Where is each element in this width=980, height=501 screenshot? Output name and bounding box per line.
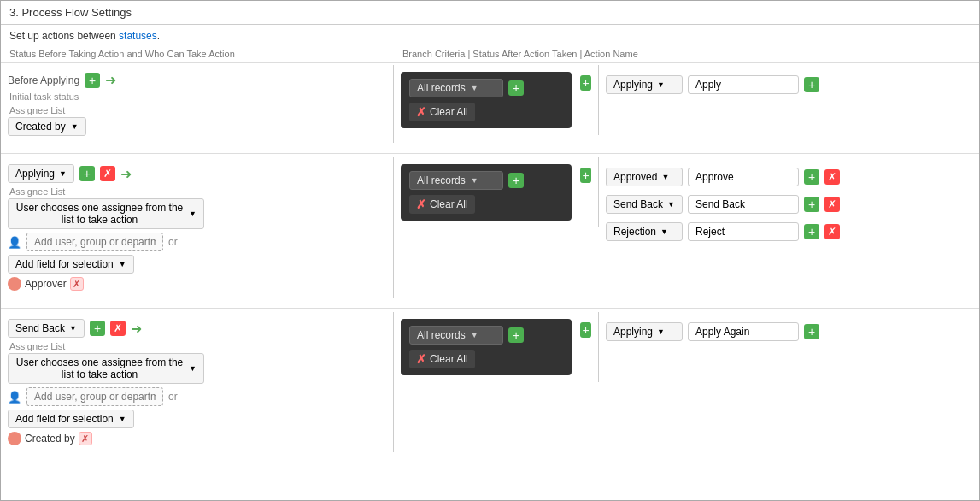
action-name-approve[interactable] bbox=[688, 168, 799, 186]
left-before-applying: Before Applying + ➜ Initial task status … bbox=[1, 65, 394, 143]
add-mid-btn-2[interactable]: + bbox=[580, 168, 591, 183]
applying-badge[interactable]: Applying ▼ bbox=[8, 164, 74, 183]
add-action-btn-1[interactable]: + bbox=[804, 77, 819, 92]
add-mid-btn-3[interactable]: + bbox=[580, 322, 591, 338]
assignee-label-sendback: Assignee List bbox=[9, 341, 386, 351]
status-row-applying: Applying ▼ + ✗ ➜ bbox=[8, 164, 386, 183]
add-btn-sendback[interactable]: + bbox=[90, 321, 105, 336]
clear-all-btn-2[interactable]: ✗ Clear All bbox=[409, 195, 475, 214]
clear-row-1: ✗ Clear All bbox=[409, 103, 563, 121]
all-records-dropdown-3[interactable]: All records ▼ bbox=[409, 326, 503, 345]
sendback-badge[interactable]: Send Back ▼ bbox=[8, 319, 85, 338]
created-by-row: Created by ✗ bbox=[8, 432, 386, 445]
action-name-reject[interactable] bbox=[688, 222, 799, 241]
user-icon-sendback: 👤 bbox=[8, 391, 21, 404]
all-records-dropdown-2[interactable]: All records ▼ bbox=[409, 171, 503, 190]
actions-sendback: Applying ▼ + bbox=[606, 319, 972, 345]
user-chooses-dropdown[interactable]: User chooses one assignee from the list … bbox=[8, 198, 204, 229]
statuses-link[interactable]: statuses bbox=[119, 30, 157, 42]
del-btn-applying[interactable]: ✗ bbox=[100, 166, 115, 181]
arrow-applying: ➜ bbox=[120, 166, 132, 182]
action-name-apply[interactable] bbox=[688, 75, 799, 94]
process-flow-container: 3. Process Flow Settings Set up actions … bbox=[0, 0, 980, 501]
created-by-avatar bbox=[8, 432, 21, 445]
col-header-left: Status Before Taking Action and Who Can … bbox=[9, 49, 402, 59]
del-action-sendback-btn[interactable]: ✗ bbox=[824, 197, 840, 212]
del-approver-btn[interactable]: ✗ bbox=[70, 277, 84, 291]
del-btn-sendback[interactable]: ✗ bbox=[110, 321, 126, 336]
add-btn-applying[interactable]: + bbox=[79, 166, 95, 181]
created-by-dropdown[interactable]: Created by ▼ bbox=[8, 117, 86, 136]
add-branch-btn-1[interactable]: + bbox=[508, 80, 524, 96]
actions-before: Applying ▼ + bbox=[606, 72, 972, 97]
del-createdby-btn[interactable]: ✗ bbox=[79, 432, 92, 445]
add-user-row-sendback: 👤 or bbox=[8, 387, 386, 406]
del-action-approved-btn[interactable]: ✗ bbox=[824, 169, 840, 185]
approver-row: Approver ✗ bbox=[8, 277, 386, 291]
actions-applying: Approved ▼ + ✗ Send Back ▼ + ✗ Rej bbox=[606, 164, 972, 245]
clear-all-btn-3[interactable]: ✗ Clear All bbox=[409, 350, 475, 368]
branch-block-before: All records ▼ + ✗ Clear All bbox=[401, 72, 572, 128]
add-btn-before[interactable]: + bbox=[85, 73, 100, 88]
section-before-applying: Before Applying + ➜ Initial task status … bbox=[1, 65, 979, 154]
add-branch-btn-3[interactable]: + bbox=[508, 327, 524, 343]
subtitle: Set up actions between statuses. bbox=[1, 25, 979, 45]
mid-sendback: All records ▼ + ✗ Clear All + bbox=[394, 312, 599, 382]
left-applying: Applying ▼ + ✗ ➜ Assignee List User choo… bbox=[1, 157, 394, 298]
or-text-applying: or bbox=[168, 236, 178, 248]
add-action-rejection-btn[interactable]: + bbox=[804, 224, 819, 239]
branch-block-applying: All records ▼ + ✗ Clear All bbox=[401, 164, 572, 221]
clear-all-btn-1[interactable]: ✗ Clear All bbox=[409, 103, 475, 121]
or-text-sendback: or bbox=[168, 391, 178, 403]
col-header-right: Branch Criteria | Status After Action Ta… bbox=[402, 49, 971, 59]
right-applying: Approved ▼ + ✗ Send Back ▼ + ✗ Rej bbox=[599, 157, 979, 251]
status-applying-again-btn[interactable]: Applying ▼ bbox=[606, 322, 683, 341]
branch-block-sendback: All records ▼ + ✗ Clear All bbox=[401, 319, 572, 375]
add-branch-btn-2[interactable]: + bbox=[508, 173, 524, 188]
section-title: 3. Process Flow Settings bbox=[1, 1, 979, 25]
clear-x-icon-3: ✗ bbox=[416, 352, 426, 366]
add-mid-btn-1[interactable]: + bbox=[580, 75, 591, 91]
clear-row-2: ✗ Clear All bbox=[409, 195, 563, 214]
user-icon-applying: 👤 bbox=[8, 236, 21, 249]
add-user-input-applying[interactable] bbox=[26, 233, 163, 251]
arrow-sendback: ➜ bbox=[131, 321, 142, 337]
status-row-sendback: Send Back ▼ + ✗ ➜ bbox=[8, 319, 386, 338]
assignee-label-applying: Assignee List bbox=[9, 186, 386, 197]
action-line-sendback: Send Back ▼ + ✗ bbox=[606, 192, 972, 217]
branch-row-sendback: All records ▼ + bbox=[409, 326, 563, 345]
right-before-applying: Applying ▼ + bbox=[599, 65, 979, 104]
add-action-sendback-btn[interactable]: + bbox=[804, 197, 819, 212]
before-applying-label: Before Applying bbox=[8, 74, 79, 86]
status-applying-btn[interactable]: Applying ▼ bbox=[606, 75, 683, 94]
action-line-approved: Approved ▼ + ✗ bbox=[606, 164, 972, 190]
section-applying: Applying ▼ + ✗ ➜ Assignee List User choo… bbox=[1, 157, 979, 309]
status-approved-btn[interactable]: Approved ▼ bbox=[606, 168, 683, 186]
add-user-input-sendback[interactable] bbox=[26, 387, 163, 406]
created-by-name: Created by bbox=[25, 433, 75, 445]
user-chooses-dropdown-sendback[interactable]: User chooses one assignee from the list … bbox=[8, 353, 204, 384]
status-row-before: Before Applying + ➜ bbox=[8, 72, 386, 88]
status-sendback-btn[interactable]: Send Back ▼ bbox=[606, 195, 683, 214]
action-line-rejection: Rejection ▼ + ✗ bbox=[606, 219, 972, 245]
mid-applying: All records ▼ + ✗ Clear All + bbox=[394, 157, 599, 227]
status-rejection-btn[interactable]: Rejection ▼ bbox=[606, 222, 683, 241]
del-action-rejection-btn[interactable]: ✗ bbox=[824, 224, 840, 239]
action-name-sendback[interactable] bbox=[688, 195, 799, 214]
arrow-before: ➜ bbox=[105, 72, 116, 88]
add-action-applying-btn[interactable]: + bbox=[804, 324, 819, 339]
add-field-btn-applying[interactable]: Add field for selection ▼ bbox=[8, 255, 134, 274]
action-name-apply-again[interactable] bbox=[688, 322, 799, 341]
add-action-approved-btn[interactable]: + bbox=[804, 169, 819, 185]
branch-row-applying: All records ▼ + bbox=[409, 171, 563, 190]
column-headers: Status Before Taking Action and Who Can … bbox=[1, 45, 979, 63]
add-user-row-applying: 👤 or bbox=[8, 233, 386, 251]
clear-x-icon-1: ✗ bbox=[416, 105, 426, 119]
right-sendback: Applying ▼ + bbox=[599, 312, 979, 351]
action-line-applying: Applying ▼ + bbox=[606, 72, 972, 97]
initial-task-label: Initial task status bbox=[9, 91, 386, 102]
approver-name: Approver bbox=[25, 278, 67, 290]
assignee-label-before: Assignee List bbox=[9, 105, 386, 115]
all-records-dropdown-1[interactable]: All records ▼ bbox=[409, 79, 503, 97]
add-field-btn-sendback[interactable]: Add field for selection ▼ bbox=[8, 410, 134, 428]
